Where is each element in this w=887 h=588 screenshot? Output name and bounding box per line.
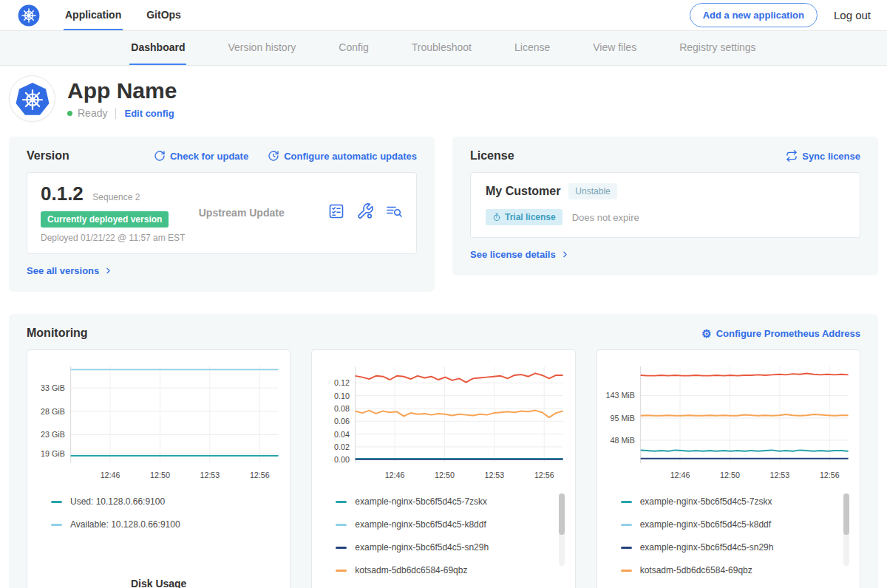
legend-item[interactable]: example-nginx-5bc6f5d4c5-7zskx	[621, 496, 840, 507]
legend-label: kotsadm-5db6dc6584-69qbz	[640, 565, 752, 575]
customer-name: My Customer	[486, 185, 560, 198]
version-card: Version Check for update Configure autom…	[9, 137, 435, 292]
chevron-right-icon	[560, 250, 570, 259]
legend-label: example-nginx-5bc6f5d4c5-7zskx	[640, 496, 772, 507]
y-axis-tick-label: 95 MiB	[610, 414, 634, 423]
subnav-item-version-history[interactable]: Version history	[226, 31, 297, 65]
legend-item[interactable]: kotsadm-5db6dc6584-69qbz	[336, 565, 555, 575]
edit-config-link[interactable]: Edit config	[124, 108, 174, 119]
config-wrench-icon[interactable]	[356, 202, 374, 223]
subnav-item-license[interactable]: License	[513, 31, 551, 65]
preflight-checks-icon[interactable]	[327, 202, 345, 223]
top-navigation: ApplicationGitOps Add a new application …	[0, 0, 887, 31]
x-axis-tick-label: 12:53	[485, 471, 505, 479]
chevron-right-icon	[103, 266, 113, 276]
legend-scrollbar-thumb[interactable]	[559, 493, 565, 535]
x-axis-tick-label: 12:50	[435, 471, 455, 479]
ready-status-dot	[67, 111, 72, 116]
channel-badge: Unstable	[568, 183, 616, 199]
x-axis-tick-label: 12:56	[534, 471, 554, 479]
y-axis-tick-label: 23 GiB	[41, 430, 65, 439]
legend-item[interactable]: Used: 10.128.0.66:9100	[51, 496, 271, 507]
legend-item[interactable]: kotsadm-5db6dc6584-69qbz	[621, 565, 840, 575]
disk-usage-chart: 33 GiB28 GiB23 GiB19 GiB12:4612:5012:531…	[32, 358, 285, 485]
legend-item[interactable]: example-nginx-5bc6f5d4c5-sn29h	[336, 542, 555, 553]
app-name-title: App Name	[67, 78, 177, 103]
deployed-version-badge: Currently deployed version	[41, 211, 169, 228]
y-axis-tick-label: 0.02	[334, 442, 350, 451]
cpu-usage-chart: 0.120.100.080.060.040.020.0012:4612:5012…	[316, 358, 570, 485]
legend-label: example-nginx-5bc6f5d4c5-sn29h	[640, 542, 774, 553]
app-status-text: Ready	[78, 107, 107, 119]
y-axis-tick-label: 28 GiB	[41, 407, 65, 416]
check-for-update-link[interactable]: Check for update	[154, 150, 248, 162]
sync-license-label: Sync license	[802, 151, 860, 162]
legend-color-dash	[621, 570, 632, 572]
legend-item[interactable]: example-nginx-5bc6f5d4c5-sn29h	[621, 542, 840, 553]
y-axis-tick-label: 0.10	[334, 392, 350, 400]
legend-label: kotsadm-5db6dc6584-69qbz	[355, 565, 467, 575]
app-icon	[9, 75, 55, 122]
legend-color-dash	[621, 547, 632, 549]
configure-prometheus-label: Configure Prometheus Address	[716, 328, 860, 339]
y-axis-tick-label: 0.00	[334, 455, 350, 464]
license-card-title: License	[470, 149, 514, 163]
see-all-versions-label: See all versions	[27, 265, 99, 276]
memory-usage-chart: 143 MiB95 MiB48 MiB12:4612:5012:5312:56	[602, 358, 855, 485]
legend-item[interactable]: example-nginx-5bc6f5d4c5-k8ddf	[336, 519, 555, 530]
sync-license-link[interactable]: Sync license	[786, 150, 860, 162]
subnav-item-troubleshoot[interactable]: Troubleshoot	[410, 31, 473, 65]
subnav-item-config[interactable]: Config	[337, 31, 370, 65]
version-card-title: Version	[27, 149, 69, 163]
monitoring-title: Monitoring	[27, 327, 88, 340]
subnav-item-view-files[interactable]: View files	[591, 31, 638, 65]
legend-label: Used: 10.128.0.66:9100	[70, 496, 165, 507]
legend-color-dash	[51, 501, 62, 503]
legend-label: Available: 10.128.0.66:9100	[70, 519, 180, 530]
configure-automatic-updates-link[interactable]: Configure automatic updates	[268, 150, 417, 162]
see-all-versions-link[interactable]: See all versions	[27, 265, 113, 276]
legend-item[interactable]: Available: 10.128.0.66:9100	[51, 519, 271, 530]
app-subnav: DashboardVersion historyConfigTroublesho…	[0, 31, 887, 66]
x-axis-tick-label: 12:50	[150, 471, 170, 479]
disk-usage-title: Disk Usage	[32, 578, 285, 588]
check-for-update-label: Check for update	[170, 151, 248, 162]
y-axis-tick-label: 0.12	[334, 378, 350, 387]
legend-color-dash	[336, 570, 347, 572]
x-axis-tick-label: 12:56	[250, 471, 270, 479]
configure-automatic-updates-label: Configure automatic updates	[284, 151, 417, 162]
sync-icon	[786, 150, 798, 162]
legend-scrollbar-thumb[interactable]	[843, 493, 849, 535]
divider	[115, 108, 116, 119]
monitoring-section: Monitoring ⚙ Configure Prometheus Addres…	[9, 314, 878, 588]
subnav-item-dashboard[interactable]: Dashboard	[129, 31, 186, 65]
legend-color-dash	[336, 524, 347, 526]
legend-scrollbar[interactable]	[559, 493, 565, 566]
license-expiry-text: Does not expire	[572, 212, 639, 223]
cpu-usage-panel: 0.120.100.080.060.040.020.0012:4612:5012…	[311, 349, 575, 588]
logout-link[interactable]: Log out	[834, 9, 871, 21]
clock-refresh-icon	[268, 150, 279, 162]
legend-item[interactable]: example-nginx-5bc6f5d4c5-k8ddf	[621, 519, 840, 530]
configure-prometheus-link[interactable]: ⚙ Configure Prometheus Address	[701, 328, 860, 339]
x-axis-tick-label: 12:56	[820, 471, 840, 479]
x-axis-tick-label: 12:50	[720, 471, 740, 479]
add-application-button[interactable]: Add a new application	[690, 3, 818, 27]
legend-item[interactable]: example-nginx-5bc6f5d4c5-7zskx	[336, 496, 555, 507]
see-license-details-link[interactable]: See license details	[470, 249, 570, 260]
subnav-item-registry-settings[interactable]: Registry settings	[678, 31, 757, 65]
y-axis-tick-label: 0.04	[334, 430, 350, 439]
chart-series-line	[640, 414, 848, 416]
x-axis-tick-label: 12:53	[769, 471, 789, 479]
topnav-tab-gitops[interactable]: GitOps	[145, 0, 183, 30]
topnav-tab-application[interactable]: Application	[64, 0, 123, 30]
refresh-icon	[154, 150, 166, 162]
cpu-usage-legend: example-nginx-5bc6f5d4c5-7zskxexample-ng…	[316, 485, 570, 588]
x-axis-tick-label: 12:53	[200, 471, 220, 479]
kubernetes-logo-icon	[18, 4, 40, 27]
deploy-logs-icon[interactable]	[385, 202, 403, 223]
stopwatch-icon	[492, 213, 501, 222]
legend-scrollbar[interactable]	[843, 493, 849, 566]
legend-color-dash	[621, 501, 632, 503]
upstream-update-label: Upstream Update	[199, 207, 285, 219]
